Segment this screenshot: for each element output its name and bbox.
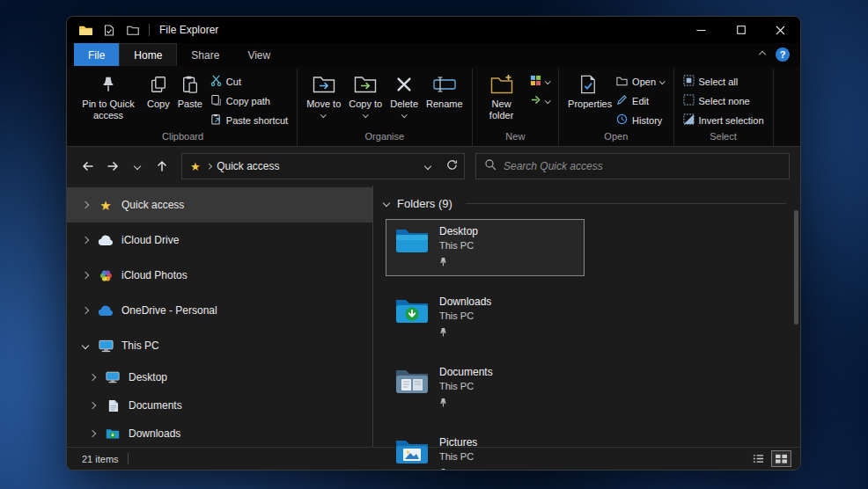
button-label: Select all (699, 77, 739, 87)
dropdown-chevron-icon (401, 112, 407, 117)
folder-name: Desktop (439, 225, 478, 237)
select-all-button[interactable]: Select all (680, 73, 767, 90)
folders-section-header[interactable]: Folders (9) (384, 193, 786, 214)
new-item-button[interactable] (527, 73, 553, 90)
expand-chevron-icon[interactable] (89, 374, 96, 381)
folder-tile-documents[interactable]: Documents This PC (386, 360, 585, 417)
expand-chevron-icon[interactable] (89, 402, 96, 409)
new-item-icon (530, 75, 541, 88)
ribbon-group-select: Select all Select none Invert selection (674, 69, 774, 146)
section-collapse-icon[interactable] (383, 200, 390, 207)
pin-icon (99, 73, 118, 96)
expand-chevron-icon[interactable] (89, 430, 96, 437)
folder-location: This PC (439, 451, 477, 462)
status-separator (128, 453, 129, 464)
sidebar-item-label: This PC (121, 339, 159, 352)
navigation-pane: ★ Quick access iCloud Drive iCloud Photo… (67, 186, 372, 447)
easy-access-button[interactable] (527, 92, 553, 109)
tab-file[interactable]: File (74, 43, 119, 66)
folder-name: Documents (439, 366, 493, 378)
sidebar-item-this-pc[interactable]: This PC (67, 328, 372, 363)
tab-share[interactable]: Share (177, 43, 233, 66)
window-title: File Explorer (159, 24, 218, 36)
search-box[interactable] (475, 153, 790, 179)
pinned-icon (439, 395, 493, 411)
address-bar[interactable]: ★ Quick access (181, 153, 465, 179)
address-dropdown-icon[interactable] (424, 163, 431, 170)
tab-view[interactable]: View (233, 43, 284, 66)
expand-chevron-icon[interactable] (82, 201, 89, 208)
easy-access-icon (530, 94, 541, 107)
back-button[interactable] (77, 155, 99, 178)
sidebar-item-documents[interactable]: Documents (67, 391, 372, 420)
invert-selection-button[interactable]: Invert selection (680, 112, 767, 128)
edit-button[interactable]: Edit (614, 92, 666, 109)
expand-chevron-icon[interactable] (82, 307, 89, 314)
help-icon[interactable]: ? (776, 47, 790, 62)
section-divider-line (466, 203, 786, 204)
open-button[interactable]: Open (614, 73, 666, 90)
tab-home[interactable]: Home (119, 43, 177, 66)
qat-properties-icon[interactable] (101, 22, 117, 38)
folder-tile-desktop[interactable]: Desktop This PC (386, 219, 585, 276)
pin-to-quick-access-button[interactable]: Pin to Quick access (75, 70, 142, 121)
breadcrumb-chevron-icon (206, 164, 211, 169)
close-button[interactable] (761, 17, 800, 43)
minimize-button[interactable] (681, 17, 721, 43)
ribbon-tab-bar: File Home Share View ? (67, 43, 800, 66)
scrollbar-thumb[interactable] (794, 210, 798, 325)
pinned-icon (439, 465, 477, 471)
expand-chevron-icon[interactable] (82, 237, 89, 244)
copy-to-button[interactable]: Copy to (346, 70, 385, 116)
up-button[interactable] (151, 155, 173, 178)
breadcrumb[interactable]: Quick access (217, 160, 419, 172)
sidebar-item-downloads[interactable]: Downloads (67, 420, 372, 447)
recent-locations-chevron-icon[interactable] (127, 155, 148, 178)
dropdown-chevron-icon (545, 78, 550, 84)
sidebar-item-label: Downloads (129, 427, 180, 440)
file-explorer-window: File Explorer File Home Share View ? (66, 16, 801, 471)
sidebar-item-icloud-drive[interactable]: iCloud Drive (67, 223, 372, 258)
button-label: Properties (568, 99, 608, 110)
sidebar-item-icloud-photos[interactable]: iCloud Photos (67, 258, 372, 293)
properties-button[interactable]: Properties (565, 70, 611, 110)
collapse-ribbon-icon[interactable] (759, 51, 766, 58)
sidebar-item-quick-access[interactable]: ★ Quick access (67, 187, 372, 223)
properties-icon (579, 73, 597, 96)
cut-button[interactable]: Cut (208, 73, 291, 90)
cut-icon (210, 75, 222, 88)
sidebar-item-onedrive[interactable]: OneDrive - Personal (67, 293, 372, 328)
button-label: Copy path (226, 96, 270, 106)
delete-button[interactable]: Delete (387, 70, 421, 116)
sidebar-item-desktop[interactable]: Desktop (67, 363, 372, 391)
paste-button[interactable]: Paste (175, 70, 205, 110)
folder-tile-downloads[interactable]: Downloads This PC (386, 289, 585, 347)
move-to-icon (313, 73, 335, 96)
move-to-button[interactable]: Move to (304, 70, 343, 116)
search-input[interactable] (504, 160, 781, 172)
history-button[interactable]: History (614, 112, 666, 128)
copy-path-button[interactable]: Copy path (208, 92, 291, 109)
maximize-button[interactable] (721, 17, 761, 43)
folder-tile-pictures[interactable]: Pictures This PC (386, 430, 585, 471)
button-label: Open (632, 77, 656, 87)
qat-new-folder-icon[interactable] (125, 22, 141, 38)
ribbon-group-organise: Move to Copy to Delete (298, 69, 472, 146)
copy-button[interactable]: Copy (144, 70, 173, 110)
downloads-folder-icon (394, 296, 430, 327)
rename-button[interactable]: Rename (423, 70, 466, 110)
button-label: Cut (226, 77, 241, 87)
new-folder-button[interactable]: New folder (479, 70, 525, 121)
expand-chevron-icon[interactable] (82, 272, 89, 279)
select-none-button[interactable]: Select none (680, 92, 767, 109)
paste-shortcut-button[interactable]: Paste shortcut (208, 112, 291, 128)
window-body: ★ Quick access iCloud Drive iCloud Photo… (67, 186, 800, 447)
content-scrollbar[interactable] (792, 187, 799, 445)
group-label-new: New (479, 129, 553, 146)
refresh-button[interactable] (445, 158, 459, 175)
sidebar-item-label: OneDrive - Personal (121, 304, 217, 317)
forward-button[interactable] (102, 155, 123, 178)
sidebar-item-label: Documents (129, 399, 182, 412)
section-title: Folders (9) (397, 197, 452, 210)
collapse-chevron-icon[interactable] (82, 342, 89, 349)
